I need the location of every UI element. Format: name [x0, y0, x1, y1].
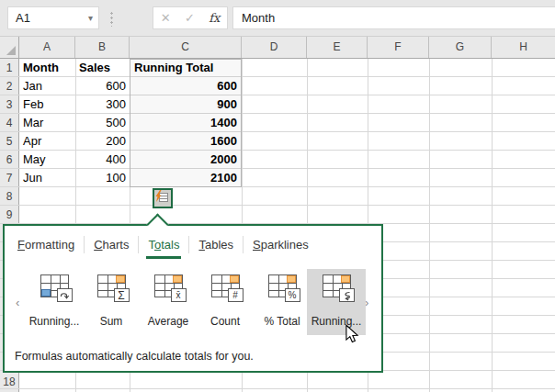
- tab-sparklines[interactable]: Sparklines: [244, 238, 318, 252]
- formula-input[interactable]: Month: [232, 6, 555, 29]
- row-header-4[interactable]: 4: [0, 114, 18, 132]
- column-headers: A B C D E F G H: [0, 37, 555, 59]
- cell-a4[interactable]: Mar: [23, 114, 43, 132]
- cell-a6[interactable]: May: [23, 151, 46, 169]
- cell-c3[interactable]: 900: [130, 95, 237, 114]
- column-header-f[interactable]: F: [368, 37, 429, 58]
- average-icon: x̄: [154, 274, 183, 297]
- select-all-icon: [6, 46, 16, 55]
- running-total-column-icon: [323, 274, 351, 297]
- percent-total-icon: %: [268, 274, 297, 297]
- cell-c6[interactable]: 2000: [130, 151, 237, 169]
- column-header-a[interactable]: A: [19, 37, 75, 58]
- cell-a5[interactable]: Apr: [23, 132, 41, 151]
- quick-analysis-popup: Formatting Charts Totals Tables Sparklin…: [3, 224, 383, 373]
- popup-tabs: Formatting Charts Totals Tables Sparklin…: [8, 233, 318, 255]
- cell-b4[interactable]: 500: [75, 114, 126, 132]
- column-header-c[interactable]: C: [130, 37, 242, 58]
- column-header-h[interactable]: H: [492, 37, 555, 58]
- running-total-rows-icon: [40, 274, 69, 297]
- popup-callout-arrow: [146, 213, 168, 235]
- tab-tables[interactable]: Tables: [189, 238, 243, 252]
- cell-b1[interactable]: Sales: [79, 59, 110, 77]
- cell-a7[interactable]: Jun: [23, 169, 42, 187]
- tab-formatting[interactable]: Formatting: [8, 238, 84, 252]
- sum-icon: Σ: [97, 274, 126, 297]
- cell-a1[interactable]: Month: [23, 59, 59, 77]
- formula-text: Month: [242, 11, 275, 25]
- cell-a3[interactable]: Feb: [23, 95, 43, 114]
- totals-option-percent-total[interactable]: % % Total: [254, 269, 311, 335]
- cell-c4[interactable]: 1400: [130, 114, 237, 132]
- count-icon: #: [211, 274, 240, 297]
- row-header-7[interactable]: 7: [0, 169, 18, 187]
- enter-icon[interactable]: ✓: [185, 11, 195, 25]
- row-header-2[interactable]: 2: [0, 77, 18, 95]
- cell-b6[interactable]: 400: [75, 151, 126, 169]
- name-box-value: A1: [16, 11, 30, 25]
- row-header-8[interactable]: 8: [0, 187, 18, 206]
- excel-window: A1 ▾ ✕ ✓ fx Month A B C D E F G H 1 2 3 …: [0, 0, 555, 392]
- totals-option-count[interactable]: # Count: [197, 269, 254, 335]
- totals-option-running-total-1[interactable]: Running...: [26, 269, 83, 335]
- gridline: [429, 59, 430, 392]
- cell-b5[interactable]: 200: [75, 132, 126, 151]
- formula-bar-area: A1 ▾ ✕ ✓ fx Month: [0, 0, 555, 37]
- cell-b3[interactable]: 300: [75, 95, 126, 114]
- formula-buttons: ✕ ✓ fx: [153, 6, 228, 29]
- totals-option-sum[interactable]: Σ Sum: [83, 269, 140, 335]
- column-header-g[interactable]: G: [429, 37, 492, 58]
- cell-c5[interactable]: 1600: [130, 132, 237, 151]
- mouse-cursor-icon: [343, 324, 361, 344]
- row-header-1[interactable]: 1: [0, 59, 18, 77]
- column-header-b[interactable]: B: [75, 37, 130, 58]
- quick-analysis-button[interactable]: [153, 188, 173, 208]
- column-header-d[interactable]: D: [242, 37, 307, 58]
- name-box[interactable]: A1 ▾: [7, 6, 99, 29]
- row-header-5[interactable]: 5: [0, 132, 18, 151]
- cell-a2[interactable]: Jan: [23, 77, 42, 95]
- tab-charts[interactable]: Charts: [85, 238, 138, 252]
- row-header-18[interactable]: 18: [0, 373, 18, 391]
- cell-c1[interactable]: Running Total: [134, 59, 213, 77]
- cancel-icon[interactable]: ✕: [161, 11, 171, 25]
- row-header-9[interactable]: 9: [0, 206, 18, 224]
- tab-totals[interactable]: Totals: [139, 238, 188, 252]
- cell-c7[interactable]: 2100: [130, 169, 237, 187]
- cell-b2[interactable]: 600: [75, 77, 126, 95]
- row-header-6[interactable]: 6: [0, 151, 18, 169]
- row-header-3[interactable]: 3: [0, 95, 18, 114]
- cell-c2[interactable]: 600: [130, 77, 237, 95]
- totals-option-average[interactable]: x̄ Average: [140, 269, 197, 335]
- quick-analysis-icon: [154, 190, 169, 205]
- insert-function-icon[interactable]: fx: [209, 11, 220, 25]
- cell-b7[interactable]: 100: [75, 169, 126, 187]
- popup-footer-tip: Formulas automatically calculate totals …: [15, 350, 254, 363]
- chevron-down-icon[interactable]: ▾: [88, 7, 93, 28]
- separator-dots: [110, 11, 113, 27]
- scroll-left-icon[interactable]: ‹: [16, 296, 19, 309]
- active-tab-underline: [146, 256, 181, 259]
- select-all-button[interactable]: [0, 37, 19, 58]
- gridline: [492, 59, 493, 392]
- column-header-e[interactable]: E: [307, 37, 368, 58]
